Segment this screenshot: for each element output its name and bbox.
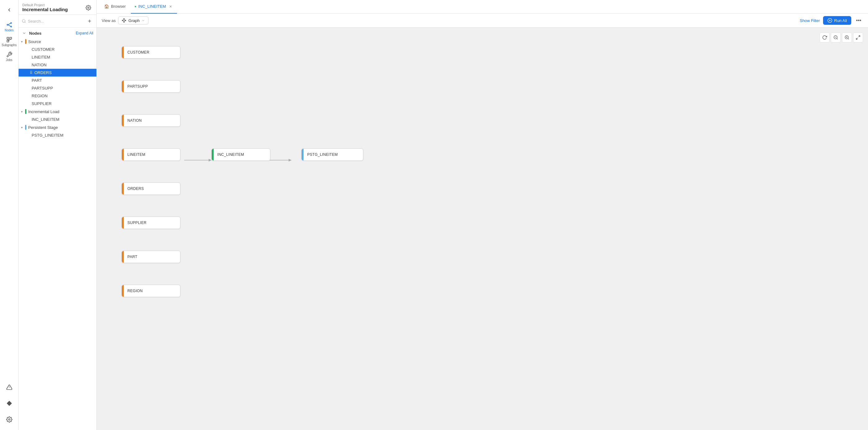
supplier-label: SUPPLIER (32, 101, 52, 106)
search-input[interactable] (28, 19, 84, 24)
diamond-btn[interactable] (2, 397, 16, 410)
settings-btn[interactable] (2, 412, 16, 426)
inc-lineitem-label: INC_LINEITEM (32, 117, 60, 122)
part-node-label: PART (124, 255, 141, 259)
inc-lineitem-tab-label: INC_LINEITEM (138, 4, 166, 9)
inc-lineitem-tab-close[interactable]: × (168, 4, 173, 9)
tree-item-customer[interactable]: CUSTOMER (19, 45, 96, 53)
zoom-out-btn[interactable] (831, 33, 841, 42)
project-settings-btn[interactable] (84, 3, 93, 12)
tree-item-orders[interactable]: ⠿ ORDERS (19, 69, 96, 76)
sidebar-jobs-btn[interactable]: Jobs (2, 49, 16, 63)
nodes-collapse-btn[interactable] (21, 30, 27, 36)
persistent-stage-group-header[interactable]: ▾ Persistent Stage (19, 123, 96, 131)
tab-bar: 🏠 Browser ● INC_LINEITEM × (97, 0, 868, 13)
svg-point-14 (22, 20, 25, 22)
main-content: 🏠 Browser ● INC_LINEITEM × View as Graph (97, 0, 868, 430)
tree-item-inc-lineitem[interactable]: INC_LINEITEM (19, 115, 96, 123)
show-filter-btn[interactable]: Show Filter (800, 18, 820, 23)
sidebar-nodes-btn[interactable]: Nodes (2, 20, 16, 33)
graph-node-inc-lineitem[interactable]: INC_LINEITEM (211, 148, 270, 161)
inc-lineitem-node-label: INC_LINEITEM (214, 153, 248, 157)
graph-node-partsupp[interactable]: PARTSUPP (122, 80, 180, 93)
fit-view-btn[interactable] (853, 33, 863, 42)
nodes-header: Nodes Expand All (19, 28, 96, 37)
add-node-btn[interactable] (86, 18, 93, 25)
source-chevron-icon: ▾ (21, 40, 23, 43)
source-group: ▾ Source CUSTOMER LINEITEM NATION ⠿ ORDE… (19, 37, 96, 107)
browser-tab-icon: 🏠 (104, 4, 109, 9)
tree-item-part[interactable]: PART (19, 76, 96, 84)
nodes-label: Nodes (5, 29, 13, 32)
diamond-icon (6, 400, 12, 406)
partsupp-label: PARTSUPP (32, 86, 53, 91)
svg-point-13 (88, 7, 89, 8)
toolbar-left: View as Graph (102, 16, 149, 25)
tree-item-nation[interactable]: NATION (19, 61, 96, 69)
more-options-btn[interactable]: ••• (855, 16, 863, 25)
pstg-lineitem-node-label: PSTG_LINEITEM (304, 153, 342, 157)
source-color-indicator (25, 39, 26, 44)
icon-sidebar-top: Nodes Subgraphs Jobs (0, 3, 18, 380)
graph-node-part[interactable]: PART (122, 251, 180, 263)
sidebar-subgraphs-btn[interactable]: Subgraphs (2, 35, 16, 48)
search-icon (22, 19, 26, 23)
search-container (19, 15, 96, 28)
tree-item-partsupp[interactable]: PARTSUPP (19, 84, 96, 92)
settings-icon (6, 417, 12, 423)
graph-node-nation[interactable]: NATION (122, 114, 180, 127)
supplier-node-label: SUPPLIER (124, 221, 150, 225)
partsupp-node-label: PARTSUPP (124, 84, 152, 89)
tree-item-lineitem[interactable]: LINEITEM (19, 53, 96, 61)
graph-node-pstg-lineitem[interactable]: PSTG_LINEITEM (301, 148, 363, 161)
jobs-label: Jobs (6, 58, 12, 62)
tab-inc-lineitem[interactable]: ● INC_LINEITEM × (131, 0, 177, 13)
orders-icon: ⠿ (30, 71, 33, 75)
svg-rect-5 (7, 37, 9, 39)
tab-browser[interactable]: 🏠 Browser (100, 0, 130, 13)
incremental-color-indicator (25, 109, 26, 114)
svg-line-15 (25, 22, 26, 23)
back-button[interactable] (2, 3, 16, 17)
zoom-in-btn[interactable] (842, 33, 852, 42)
refresh-btn[interactable] (819, 33, 830, 42)
chevron-down-icon (22, 31, 26, 35)
project-header: Default Project Incremental Loading (19, 0, 96, 15)
svg-point-1 (10, 22, 11, 23)
zoom-out-icon (833, 35, 838, 40)
source-group-header[interactable]: ▾ Source (19, 37, 96, 45)
icon-sidebar-bottom (0, 380, 18, 430)
view-as-select[interactable]: Graph (118, 16, 149, 25)
browser-tab-label: Browser (111, 4, 126, 9)
orders-node-label: ORDERS (124, 187, 148, 191)
svg-line-29 (837, 38, 838, 39)
graph-node-lineitem[interactable]: LINEITEM (122, 148, 180, 161)
svg-point-0 (7, 24, 8, 25)
expand-icon (856, 35, 861, 40)
canvas-controls (819, 33, 863, 42)
expand-all-btn[interactable]: Expand All (75, 31, 93, 35)
tree-item-supplier[interactable]: SUPPLIER (19, 100, 96, 107)
incremental-chevron-icon: ▾ (21, 110, 23, 113)
part-label: PART (32, 78, 42, 83)
graph-canvas: CUSTOMER PARTSUPP NATION LINEITEM INC_LI… (97, 28, 868, 430)
persistent-chevron-icon: ▾ (21, 126, 23, 129)
incremental-group-label: Incremental Load (28, 109, 59, 114)
subgraphs-icon (6, 37, 12, 43)
graph-node-region[interactable]: REGION (122, 285, 180, 297)
nation-label: NATION (32, 63, 46, 67)
graph-node-supplier[interactable]: SUPPLIER (122, 217, 180, 229)
nodes-title: Nodes (29, 31, 41, 36)
incremental-load-group-header[interactable]: ▾ Incremental Load (19, 107, 96, 115)
graph-view-icon (122, 18, 126, 23)
graph-node-customer[interactable]: CUSTOMER (122, 46, 180, 59)
graph-node-orders[interactable]: ORDERS (122, 183, 180, 195)
tree-item-pstg-lineitem[interactable]: PSTG_LINEITEM (19, 131, 96, 139)
svg-line-32 (848, 38, 849, 39)
persistent-stage-group: ▾ Persistent Stage PSTG_LINEITEM (19, 123, 96, 139)
svg-point-12 (8, 419, 10, 420)
run-all-btn[interactable]: Run All (823, 16, 851, 25)
tree-item-region[interactable]: REGION (19, 92, 96, 100)
incremental-load-group: ▾ Incremental Load INC_LINEITEM (19, 107, 96, 123)
warning-btn[interactable] (2, 381, 16, 394)
